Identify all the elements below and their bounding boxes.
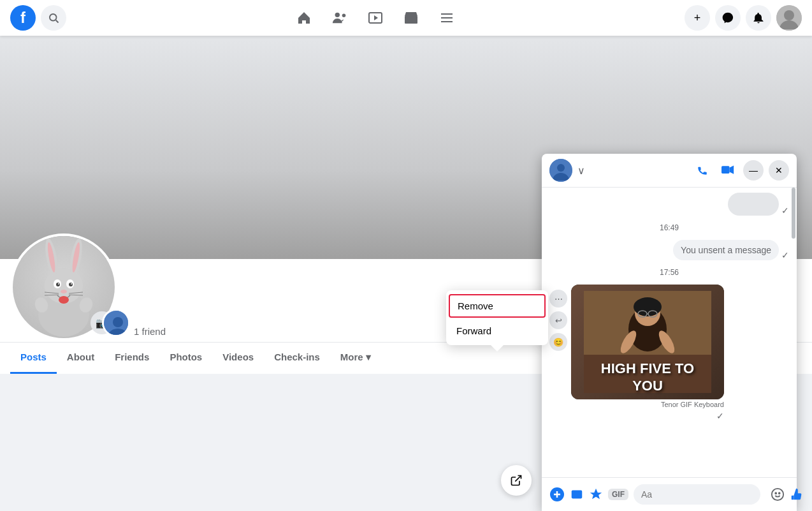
close-icon: ✕: [775, 165, 783, 175]
svg-point-25: [61, 290, 67, 293]
svg-rect-10: [441, 21, 453, 22]
create-nav-button[interactable]: +: [685, 5, 710, 31]
gif-text-line1: HIGH FIVE TO: [571, 360, 724, 374]
fb-logo-letter: f: [20, 10, 25, 26]
remove-label: Remove: [458, 300, 493, 311]
nav-center: [66, 3, 685, 33]
svg-point-23: [58, 283, 59, 285]
chat-widget: ∨ — ✕ ✓ 16:49 You unsent a message: [542, 154, 797, 374]
message-react-button[interactable]: 😊: [549, 333, 567, 351]
unsent-check: ✓: [781, 250, 789, 260]
scrollbar-handle[interactable]: [792, 188, 795, 239]
plus-icon: +: [694, 11, 701, 25]
gif-message-container: HIGH FIVE TO YOU Tenor GIF Keyboard ✓: [571, 285, 724, 374]
user-avatar-nav[interactable]: [776, 5, 802, 31]
remove-option[interactable]: Remove: [449, 294, 546, 318]
chat-body[interactable]: ✓ 16:49 You unsent a message ✓ 17:56 ⋯ ↩…: [542, 188, 797, 374]
context-menu-triangle: [491, 345, 504, 352]
svg-point-24: [71, 283, 72, 285]
tab-posts[interactable]: Posts: [10, 343, 57, 374]
watch-nav-button[interactable]: [360, 3, 391, 33]
tab-more[interactable]: More ▾: [330, 343, 381, 374]
svg-point-21: [56, 283, 60, 286]
tab-about[interactable]: About: [57, 343, 105, 374]
svg-point-26: [59, 296, 69, 304]
previous-message-row: ✓: [549, 193, 789, 216]
profile-avatar-container: 📷: [10, 233, 119, 342]
minimize-icon: —: [749, 165, 758, 175]
svg-line-1: [56, 20, 59, 23]
forward-label: Forward: [456, 325, 491, 336]
svg-point-12: [784, 10, 794, 20]
chat-phone-button[interactable]: [692, 160, 713, 181]
message-reply-button[interactable]: ↩: [549, 311, 567, 329]
chat-close-button[interactable]: ✕: [769, 160, 789, 181]
timestamp-2: 17:56: [549, 265, 789, 279]
menu-nav-button[interactable]: [431, 3, 462, 33]
message-more-button[interactable]: ⋯: [549, 290, 567, 307]
svg-point-3: [342, 14, 346, 18]
home-nav-button[interactable]: [289, 3, 319, 33]
tab-friends[interactable]: Friends: [105, 343, 159, 374]
gif-image: HIGH FIVE TO YOU: [571, 285, 724, 374]
gif-message-section: ⋯ ↩ 😊: [549, 285, 789, 374]
message-actions: ⋯ ↩ 😊: [549, 290, 567, 351]
unsent-message-row: You unsent a message ✓: [549, 240, 789, 260]
svg-rect-37: [721, 166, 730, 174]
tab-checkins[interactable]: Check-ins: [264, 343, 330, 374]
context-menu: Remove Forward: [446, 290, 548, 345]
marketplace-nav-button[interactable]: [396, 3, 426, 33]
chat-header: ∨ — ✕: [542, 154, 797, 188]
chat-minimize-button[interactable]: —: [743, 160, 764, 181]
svg-point-36: [557, 164, 565, 172]
chat-header-actions: — ✕: [692, 160, 789, 181]
tab-photos[interactable]: Photos: [159, 343, 212, 374]
message-check: ✓: [781, 205, 789, 216]
svg-point-0: [50, 14, 57, 21]
svg-rect-9: [441, 17, 453, 19]
chat-contact-avatar[interactable]: [549, 159, 572, 182]
nav-right: +: [685, 5, 802, 31]
notifications-nav-button[interactable]: [746, 5, 771, 31]
svg-marker-5: [374, 15, 378, 20]
search-button[interactable]: [41, 5, 66, 31]
chat-video-button[interactable]: [718, 160, 738, 181]
svg-point-22: [69, 283, 73, 286]
timestamp-1: 16:49: [549, 221, 789, 235]
navbar: f +: [0, 0, 812, 36]
unsent-message-bubble: You unsent a message: [673, 240, 779, 260]
forward-option[interactable]: Forward: [446, 319, 548, 343]
gif-overlay-text: HIGH FIVE TO YOU: [571, 360, 724, 374]
svg-point-2: [335, 13, 340, 17]
svg-point-34: [113, 317, 123, 327]
unsent-message-text: You unsent a message: [681, 245, 771, 255]
previous-message-bubble: [728, 193, 779, 216]
svg-rect-8: [441, 13, 453, 15]
friend-count: 1 friend: [134, 326, 166, 337]
scrollbar-track[interactable]: [792, 188, 797, 374]
messenger-nav-button[interactable]: [715, 5, 741, 31]
facebook-logo[interactable]: f: [10, 5, 36, 31]
friend-avatar[interactable]: [102, 309, 130, 337]
friends-nav-button[interactable]: [324, 3, 355, 33]
chat-chevron-down[interactable]: ∨: [577, 165, 585, 177]
svg-rect-7: [409, 16, 413, 20]
svg-marker-38: [730, 166, 734, 174]
tab-videos[interactable]: Videos: [212, 343, 264, 374]
nav-left: f: [10, 5, 66, 31]
